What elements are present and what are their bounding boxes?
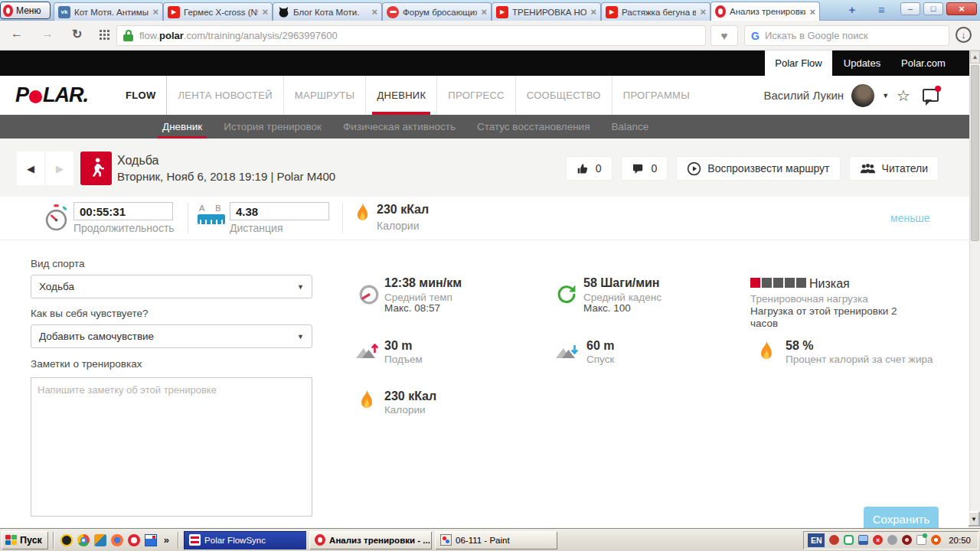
tab-list-icon[interactable]: ≡: [871, 3, 891, 16]
comment-button[interactable]: 0: [621, 156, 668, 181]
tray-icon[interactable]: [902, 535, 912, 545]
scrollbar-thumb[interactable]: [971, 65, 979, 241]
youtube-favicon-icon: ▶: [496, 6, 508, 18]
avatar[interactable]: [851, 84, 874, 107]
subnav-activity[interactable]: Физическая активность: [335, 115, 463, 139]
reload-icon[interactable]: ↻: [72, 27, 82, 41]
subnav-balance[interactable]: Balance: [603, 115, 656, 139]
prev-training-button[interactable]: ◀: [17, 152, 44, 185]
summary-bar: Продолжительность AB Дистанция 230 кКал …: [0, 197, 969, 240]
task-button-flowsync[interactable]: Polar FlowSync: [184, 531, 306, 549]
windows-taskbar: Пуск » Polar FlowSync Анализ тренировки …: [0, 528, 980, 551]
bookmark-heart-icon[interactable]: ♥: [710, 25, 738, 46]
scroll-up-icon[interactable]: ▲: [970, 51, 980, 64]
tab-close-icon[interactable]: ×: [481, 7, 487, 17]
favorites-star-icon[interactable]: ☆: [897, 86, 910, 105]
chrome-icon[interactable]: [77, 534, 90, 546]
browser-tab[interactable]: ▶ Гермес X-cross (N9 ×: [163, 2, 273, 21]
sport-select[interactable]: Ходьба ▼: [31, 275, 312, 298]
tab-close-icon[interactable]: ×: [152, 7, 158, 17]
network-icon[interactable]: [858, 535, 868, 545]
notifications-icon[interactable]: [923, 89, 939, 102]
duration-input[interactable]: [74, 202, 173, 220]
tab-close-icon[interactable]: ×: [262, 7, 268, 17]
overflow-chevron-icon[interactable]: »: [162, 534, 172, 546]
polar-logo[interactable]: PLAR.: [15, 83, 88, 107]
scroll-down-icon[interactable]: ▼: [968, 511, 980, 527]
save-disk-icon[interactable]: [145, 534, 157, 546]
antivirus-shield-icon[interactable]: ×: [873, 535, 883, 545]
new-tab-button[interactable]: +: [842, 3, 862, 16]
firefox-icon[interactable]: [111, 534, 123, 546]
paint-icon: [440, 534, 452, 546]
tab-close-icon[interactable]: ×: [371, 7, 377, 17]
nav-item-programs[interactable]: ПРОГРАММЫ: [612, 76, 701, 115]
tray-icon[interactable]: [887, 535, 897, 545]
browser-address-bar: ← → ↻ flow.polar.com/training/analysis/2…: [0, 21, 980, 51]
feeling-select[interactable]: Добавить самочувствие ▼: [31, 324, 312, 348]
browser-tab-active[interactable]: Анализ тренировки ×: [710, 2, 820, 21]
nav-item-community[interactable]: СООБЩЕСТВО: [516, 76, 612, 115]
topbar-updates[interactable]: Updates: [839, 51, 885, 76]
polar-top-strip: Polar Flow Updates Polar.com: [0, 51, 969, 76]
next-training-button[interactable]: ▶: [46, 152, 74, 185]
url-field[interactable]: flow.polar.com/training/analysis/2963997…: [116, 25, 706, 46]
user-name[interactable]: Василий Лукин: [763, 89, 844, 102]
browser-tab[interactable]: vk Кот Мотя. Антимы ×: [54, 2, 163, 21]
browser-tab[interactable]: Блог Кота Моти. ×: [273, 2, 382, 21]
like-button[interactable]: 0: [566, 156, 612, 181]
minimize-button[interactable]: –: [900, 2, 920, 15]
browser-scrollbar[interactable]: ▲ ▼: [969, 51, 980, 528]
task-button-paint[interactable]: 06-111 - Paint: [435, 531, 557, 549]
start-button[interactable]: Пуск: [2, 531, 48, 549]
subnav-diary[interactable]: Дневник: [155, 115, 210, 139]
fat-percent-value: 58 %: [786, 339, 813, 353]
tab-close-icon[interactable]: ×: [809, 7, 815, 17]
topbar-polar-com[interactable]: Polar.com: [894, 51, 952, 76]
user-caret-icon[interactable]: ▼: [882, 92, 889, 99]
back-icon[interactable]: ←: [11, 27, 23, 41]
tray-icon[interactable]: [829, 535, 839, 545]
replay-route-button[interactable]: Воспроизвести маршрут: [676, 156, 840, 181]
chevron-down-icon: ▼: [297, 333, 304, 341]
sport-select-value: Ходьба: [39, 281, 74, 292]
browser-tab[interactable]: ▶ ТРЕНИРОВКА НОГ ×: [492, 2, 601, 21]
forward-icon[interactable]: →: [41, 27, 54, 41]
tray-icon[interactable]: [844, 535, 854, 545]
quick-launch-app-icon[interactable]: [94, 534, 106, 546]
nav-item-diary[interactable]: ДНЕВНИК: [366, 76, 437, 115]
chevron-down-icon: ▼: [297, 283, 304, 291]
nav-item-progress[interactable]: ПРОГРЕСС: [437, 76, 515, 115]
distance-input[interactable]: [230, 202, 329, 220]
subnav-history[interactable]: История тренировок: [216, 115, 329, 139]
opera-icon[interactable]: [128, 534, 140, 546]
task-button-browser[interactable]: Анализ тренировки - ...: [309, 531, 432, 549]
language-indicator[interactable]: EN: [808, 533, 825, 547]
notes-textarea[interactable]: [31, 377, 312, 517]
close-button[interactable]: ×: [946, 2, 977, 15]
tab-title: ТРЕНИРОВКА НОГ: [512, 8, 586, 17]
task-label: Polar FlowSync: [204, 536, 266, 545]
duration-label: Продолжительность: [74, 222, 175, 234]
browser-tab[interactable]: ▶ Растяжка бегуна в ×: [601, 2, 710, 21]
browser-tab[interactable]: Форум бросающих ×: [382, 2, 492, 21]
tab-close-icon[interactable]: ×: [700, 7, 706, 17]
download-icon[interactable]: ↓: [956, 27, 972, 43]
mail-icon[interactable]: [916, 535, 926, 545]
speed-dial-icon[interactable]: [100, 30, 109, 40]
quick-launch-app-icon[interactable]: [60, 534, 73, 546]
search-input[interactable]: [765, 30, 942, 41]
taskbar-divider: [178, 532, 179, 549]
youtube-favicon-icon: ▶: [168, 6, 180, 18]
tab-close-icon[interactable]: ×: [590, 7, 596, 17]
readers-button[interactable]: Читатели: [849, 156, 939, 181]
topbar-polar-flow[interactable]: Polar Flow: [765, 51, 832, 76]
show-less-link[interactable]: меньше: [890, 212, 929, 224]
browser-menu-button[interactable]: Меню: [0, 2, 51, 19]
subnav-recovery[interactable]: Статус восстановления: [469, 115, 598, 139]
tray-icon[interactable]: [931, 535, 941, 545]
maximize-button[interactable]: □: [923, 2, 943, 15]
nav-item-feed[interactable]: ЛЕНТА НОВОСТЕЙ: [167, 76, 283, 115]
nav-item-routes[interactable]: МАРШРУТЫ: [284, 76, 367, 115]
youtube-favicon-icon: ▶: [606, 6, 618, 18]
